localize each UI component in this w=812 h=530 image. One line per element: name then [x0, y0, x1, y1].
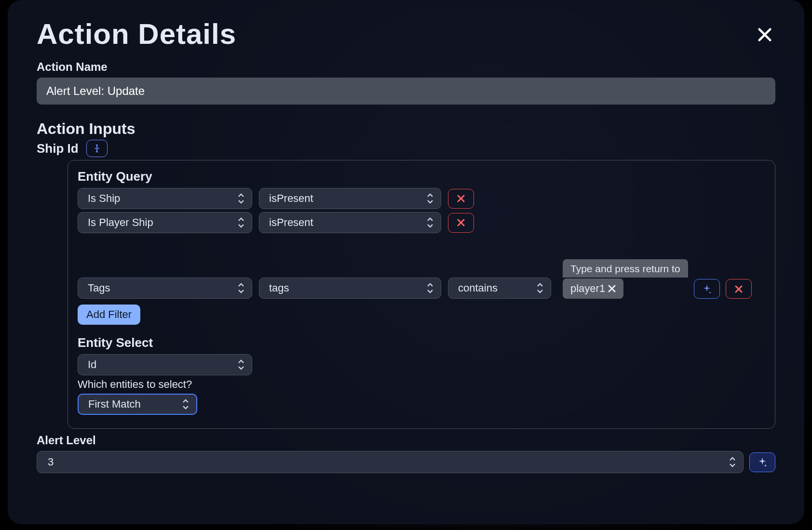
chevron-up-down-icon — [425, 192, 435, 205]
filter-field-select[interactable]: Is Ship — [78, 188, 252, 209]
ai-assist-button[interactable] — [694, 279, 720, 299]
chevron-up-down-icon — [728, 456, 737, 468]
select-value: Is Player Ship — [88, 216, 153, 229]
filter-comparator-select[interactable]: contains — [448, 278, 551, 299]
filter-row: Is Ship isPresent — [78, 188, 765, 209]
add-filter-button[interactable]: Add Filter — [78, 305, 140, 325]
action-name-label: Action Name — [37, 60, 775, 74]
which-entities-label: Which entities to select? — [78, 378, 765, 391]
text-cursor-icon — [92, 143, 102, 154]
select-value: 3 — [48, 456, 54, 468]
filter-row: Is Player Ship isPresent — [78, 212, 765, 233]
tag-input-block: Type and press return to player1 — [563, 259, 688, 299]
chevron-up-down-icon — [181, 398, 190, 411]
chevron-up-down-icon — [425, 282, 435, 294]
action-inputs-heading: Action Inputs — [37, 120, 775, 138]
ship-id-label: Ship Id — [37, 141, 79, 156]
filter-op-select[interactable]: isPresent — [259, 188, 441, 209]
tag-input-hint: Type and press return to — [563, 259, 688, 278]
close-icon — [757, 26, 773, 43]
sparkles-icon — [702, 284, 712, 294]
filter-op-select[interactable]: isPresent — [259, 212, 441, 233]
select-value: contains — [458, 282, 498, 294]
select-value: First Match — [88, 398, 141, 411]
chevron-up-down-icon — [425, 216, 435, 229]
close-icon — [457, 195, 465, 202]
ship-id-edit-button[interactable] — [86, 140, 108, 157]
which-entities-select[interactable]: First Match — [78, 394, 197, 415]
modal-title: Action Details — [37, 17, 775, 51]
select-value: isPresent — [269, 216, 313, 229]
tag-chip-label: player1 — [570, 282, 605, 295]
close-icon — [457, 219, 465, 226]
remove-filter-button[interactable] — [448, 189, 474, 209]
action-details-modal: Action Details Action Name Action Inputs… — [8, 0, 804, 524]
chevron-up-down-icon — [535, 282, 545, 294]
entity-query-panel: Entity Query Is Ship isPresent Is Player… — [68, 160, 775, 429]
alert-level-label: Alert Level — [37, 434, 775, 447]
remove-filter-button[interactable] — [448, 213, 474, 233]
select-value: tags — [269, 282, 289, 294]
tag-chip[interactable]: player1 — [563, 278, 623, 299]
filter-row-tags: Tags tags contains Type and press return… — [78, 259, 765, 299]
chevron-up-down-icon — [236, 216, 246, 229]
sparkles-icon — [757, 457, 768, 467]
remove-filter-button[interactable] — [726, 279, 752, 299]
close-button[interactable] — [754, 24, 775, 45]
entity-select-heading: Entity Select — [78, 335, 765, 350]
entity-select-field[interactable]: Id — [78, 354, 252, 375]
select-value: Id — [88, 358, 96, 371]
select-value: Is Ship — [88, 192, 120, 205]
chevron-up-down-icon — [236, 192, 246, 205]
ai-assist-button[interactable] — [749, 452, 775, 472]
chevron-up-down-icon — [236, 282, 246, 294]
alert-level-select[interactable]: 3 — [37, 451, 744, 473]
close-icon — [735, 285, 743, 293]
filter-field-select[interactable]: Tags — [78, 278, 252, 299]
chevron-up-down-icon — [236, 358, 246, 371]
select-value: isPresent — [269, 192, 313, 205]
close-icon — [608, 285, 616, 292]
filter-field-select[interactable]: Is Player Ship — [78, 212, 252, 233]
action-name-input[interactable] — [37, 78, 775, 105]
select-value: Tags — [88, 282, 110, 294]
entity-query-heading: Entity Query — [78, 169, 765, 184]
filter-subfield-select[interactable]: tags — [259, 278, 441, 299]
